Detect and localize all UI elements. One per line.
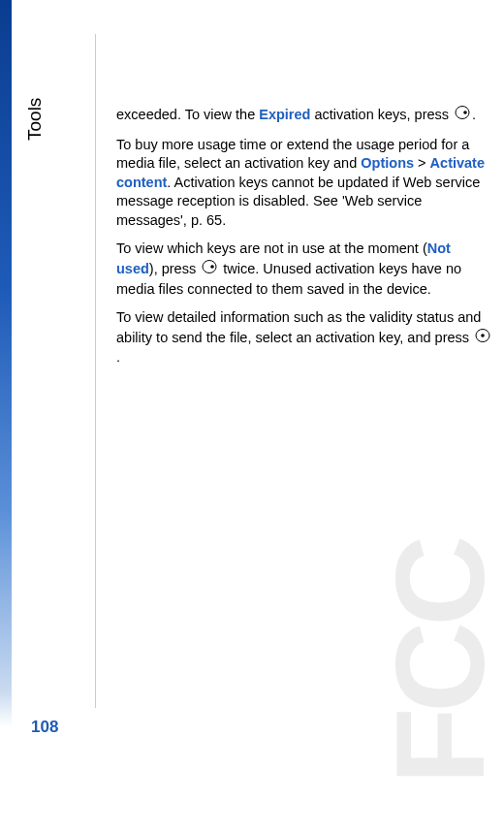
blue-gradient-bar (0, 0, 12, 727)
section-label: Tools (24, 98, 46, 141)
nav-right-icon (455, 105, 470, 126)
nav-right-icon (202, 259, 217, 280)
text: . (472, 107, 476, 122)
text: To view detailed information such as the… (116, 309, 481, 344)
highlight-expired: Expired (259, 107, 310, 122)
svg-point-0 (456, 107, 469, 119)
paragraph-4: To view detailed information such as the… (116, 308, 494, 368)
text: ), press (149, 261, 200, 276)
svg-point-1 (463, 111, 467, 114)
svg-point-2 (203, 260, 216, 272)
highlight-options: Options (361, 155, 414, 171)
main-content: exceeded. To view the Expired activation… (116, 105, 494, 377)
paragraph-3: To view which keys are not in use at the… (116, 240, 494, 299)
page-number: 108 (31, 718, 58, 737)
text: activation keys, press (310, 107, 453, 122)
vertical-divider (95, 34, 96, 708)
svg-point-3 (210, 265, 214, 269)
nav-center-icon (475, 328, 490, 349)
svg-point-5 (481, 334, 485, 337)
text: . Activation keys cannot be updated if W… (116, 175, 480, 228)
text: exceeded. To view the (116, 107, 259, 122)
fcc-watermark: FCC (367, 540, 504, 784)
paragraph-1: exceeded. To view the Expired activation… (116, 105, 494, 126)
text: . (116, 349, 120, 365)
text: > (414, 155, 430, 171)
paragraph-2: To buy more usage time or extend the usa… (116, 136, 494, 231)
text: To view which keys are not in use at the… (116, 240, 427, 256)
